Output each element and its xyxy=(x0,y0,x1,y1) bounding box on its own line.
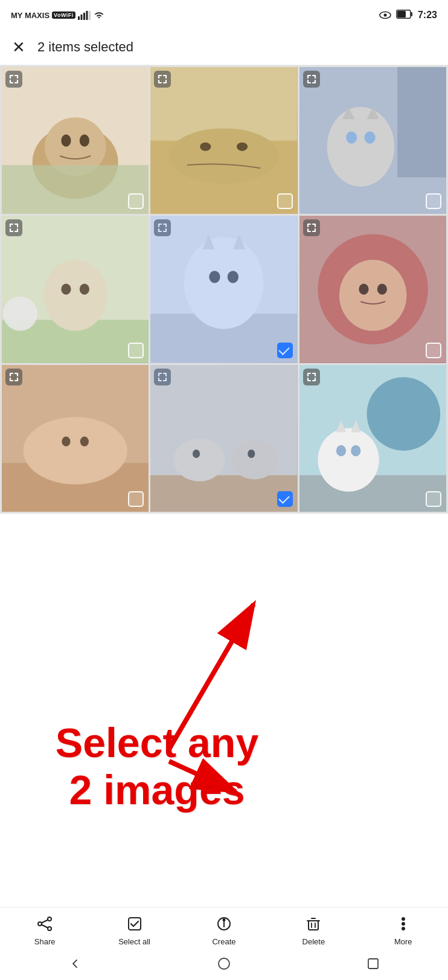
select-all-icon xyxy=(124,914,145,934)
vowifi-badge: VoWiFi xyxy=(52,11,75,19)
photo-cell-7[interactable] xyxy=(2,365,149,512)
svg-point-45 xyxy=(377,284,386,295)
svg-point-33 xyxy=(3,297,37,331)
annotation-arrows xyxy=(0,514,448,816)
close-button[interactable]: ✕ xyxy=(12,39,25,55)
expand-icon-7[interactable] xyxy=(5,369,22,385)
svg-point-20 xyxy=(237,143,248,151)
photo-cell-8[interactable] xyxy=(150,365,297,512)
expand-icon-2[interactable] xyxy=(154,71,171,88)
checkbox-4[interactable] xyxy=(128,343,144,358)
create-label: Create xyxy=(212,937,235,946)
svg-rect-9 xyxy=(411,12,412,16)
svg-point-43 xyxy=(339,260,407,331)
photo-cell-9[interactable] xyxy=(299,365,446,512)
more-action[interactable]: More xyxy=(379,914,427,946)
svg-rect-8 xyxy=(397,11,406,18)
svg-point-60 xyxy=(318,428,379,491)
expand-icon-9[interactable] xyxy=(303,369,320,385)
checkbox-8[interactable] xyxy=(277,491,293,507)
svg-point-24 xyxy=(346,131,357,143)
checkbox-3[interactable] xyxy=(426,193,441,209)
recents-button[interactable] xyxy=(358,955,388,973)
expand-icon-8[interactable] xyxy=(154,369,171,385)
home-button[interactable] xyxy=(209,955,239,973)
svg-rect-3 xyxy=(86,11,88,20)
svg-point-39 xyxy=(210,271,220,283)
expand-icon-1[interactable] xyxy=(5,71,22,88)
checkbox-1[interactable] xyxy=(128,193,144,209)
svg-point-61 xyxy=(336,445,345,456)
delete-label: Delete xyxy=(302,937,325,946)
photo-cell-6[interactable] xyxy=(299,216,446,363)
svg-point-36 xyxy=(184,237,264,329)
svg-point-48 xyxy=(23,417,127,485)
svg-point-19 xyxy=(200,143,211,151)
share-icon xyxy=(34,914,55,934)
svg-line-67 xyxy=(169,761,235,791)
checkbox-9[interactable] xyxy=(426,491,441,507)
svg-rect-77 xyxy=(309,921,318,930)
svg-point-55 xyxy=(193,450,200,458)
svg-point-18 xyxy=(169,128,279,183)
svg-point-83 xyxy=(402,923,405,925)
signal-icon xyxy=(78,10,91,20)
svg-rect-52 xyxy=(150,475,297,512)
status-carrier: MY MAXIS VoWiFi xyxy=(11,10,104,20)
svg-rect-86 xyxy=(368,959,378,969)
svg-point-31 xyxy=(61,284,71,295)
more-icon xyxy=(393,914,414,934)
battery-indicator xyxy=(396,10,413,21)
expand-icon-4[interactable] xyxy=(5,219,22,236)
checkbox-7[interactable] xyxy=(128,491,144,507)
svg-point-76 xyxy=(223,919,225,921)
svg-point-14 xyxy=(80,135,89,147)
expand-icon-6[interactable] xyxy=(303,219,320,236)
svg-point-85 xyxy=(219,958,229,969)
status-time: 7:23 xyxy=(418,10,437,21)
checkbox-2[interactable] xyxy=(277,193,293,209)
svg-rect-2 xyxy=(83,13,85,20)
svg-point-70 xyxy=(38,922,42,926)
status-right: 7:23 xyxy=(379,10,437,21)
svg-rect-1 xyxy=(80,15,82,20)
eye-icon xyxy=(379,11,391,19)
top-bar: ✕ 2 items selected xyxy=(0,29,448,65)
photo-cell-3[interactable] xyxy=(299,67,446,214)
svg-point-54 xyxy=(231,440,278,479)
svg-point-50 xyxy=(80,436,89,446)
svg-point-30 xyxy=(43,260,107,331)
select-all-action[interactable]: Select all xyxy=(110,914,159,946)
svg-point-40 xyxy=(228,271,238,283)
create-action[interactable]: Create xyxy=(200,914,248,946)
select-all-label: Select all xyxy=(118,937,150,946)
svg-point-68 xyxy=(48,917,51,921)
delete-icon xyxy=(303,914,324,934)
more-label: More xyxy=(394,937,412,946)
delete-action[interactable]: Delete xyxy=(289,914,338,946)
checkbox-6[interactable] xyxy=(426,343,441,358)
svg-rect-0 xyxy=(78,16,80,20)
svg-point-59 xyxy=(366,377,440,451)
annotation-text: Select any 2 images xyxy=(36,719,278,813)
share-action[interactable]: Share xyxy=(21,914,69,946)
svg-point-69 xyxy=(48,927,51,930)
svg-line-66 xyxy=(169,604,254,749)
expand-icon-3[interactable] xyxy=(303,71,320,88)
svg-point-13 xyxy=(61,135,71,147)
back-button[interactable] xyxy=(60,955,90,973)
svg-rect-4 xyxy=(89,11,91,20)
svg-line-71 xyxy=(42,920,48,923)
photo-cell-1[interactable] xyxy=(2,67,149,214)
photo-cell-5[interactable] xyxy=(150,216,297,363)
photo-cell-2[interactable] xyxy=(150,67,297,214)
bottom-actions: Share Select all Create xyxy=(0,907,448,951)
svg-point-53 xyxy=(174,438,225,481)
share-label: Share xyxy=(34,937,56,946)
svg-point-62 xyxy=(351,445,360,456)
expand-icon-5[interactable] xyxy=(154,219,171,236)
svg-point-25 xyxy=(364,131,375,143)
photo-cell-4[interactable] xyxy=(2,216,149,363)
battery-icon xyxy=(396,10,413,19)
checkbox-5[interactable] xyxy=(277,343,293,358)
